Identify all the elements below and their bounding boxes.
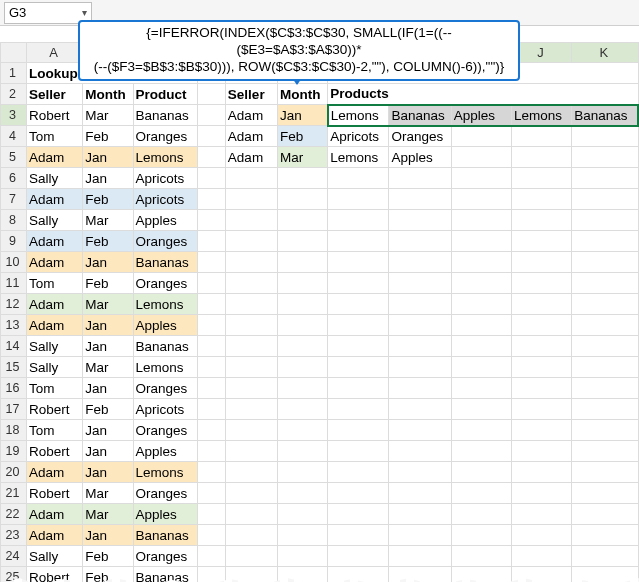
- cell[interactable]: [511, 441, 571, 462]
- cell[interactable]: [225, 378, 277, 399]
- cell[interactable]: [511, 399, 571, 420]
- cell[interactable]: [278, 252, 328, 273]
- cell[interactable]: [511, 126, 571, 147]
- cell[interactable]: Jan: [83, 462, 133, 483]
- cell[interactable]: Jan: [278, 105, 328, 126]
- cell[interactable]: [451, 357, 511, 378]
- cell[interactable]: [197, 231, 225, 252]
- cell[interactable]: [197, 525, 225, 546]
- cell[interactable]: Seller: [27, 84, 83, 105]
- cell[interactable]: Seller: [225, 84, 277, 105]
- cell[interactable]: Apples: [133, 441, 197, 462]
- cell[interactable]: Robert: [27, 105, 83, 126]
- cell[interactable]: [511, 252, 571, 273]
- row-header[interactable]: 17: [1, 399, 27, 420]
- cell[interactable]: [511, 357, 571, 378]
- cell[interactable]: [511, 504, 571, 525]
- cell[interactable]: [451, 273, 511, 294]
- cell[interactable]: [572, 378, 638, 399]
- row-header[interactable]: 5: [1, 147, 27, 168]
- cell[interactable]: [225, 546, 277, 567]
- row-header[interactable]: 13: [1, 315, 27, 336]
- col-header[interactable]: A: [27, 43, 83, 63]
- cell[interactable]: Bananas: [133, 105, 197, 126]
- cell[interactable]: [278, 441, 328, 462]
- cell[interactable]: Bananas: [389, 105, 451, 126]
- cell[interactable]: [451, 504, 511, 525]
- cell[interactable]: [197, 126, 225, 147]
- cell[interactable]: [451, 294, 511, 315]
- cell[interactable]: [451, 126, 511, 147]
- row-header[interactable]: 23: [1, 525, 27, 546]
- cell[interactable]: [451, 420, 511, 441]
- row-header[interactable]: 16: [1, 378, 27, 399]
- cell[interactable]: [278, 189, 328, 210]
- cell[interactable]: Apricots: [328, 126, 389, 147]
- cell[interactable]: Feb: [83, 273, 133, 294]
- cell[interactable]: Mar: [83, 210, 133, 231]
- cell[interactable]: Adam: [27, 231, 83, 252]
- cell[interactable]: [197, 567, 225, 583]
- cell[interactable]: [278, 231, 328, 252]
- cell[interactable]: [197, 189, 225, 210]
- cell[interactable]: [197, 84, 225, 105]
- cell[interactable]: [328, 231, 389, 252]
- cell[interactable]: [511, 336, 571, 357]
- cell[interactable]: Tom: [27, 273, 83, 294]
- cell[interactable]: [197, 252, 225, 273]
- cell[interactable]: [389, 231, 451, 252]
- cell[interactable]: [197, 546, 225, 567]
- cell[interactable]: [225, 399, 277, 420]
- cell[interactable]: Robert: [27, 399, 83, 420]
- cell[interactable]: [389, 189, 451, 210]
- cell[interactable]: Products: [328, 84, 638, 105]
- cell[interactable]: [278, 546, 328, 567]
- cell[interactable]: [451, 525, 511, 546]
- cell[interactable]: [328, 294, 389, 315]
- col-header[interactable]: K: [572, 43, 638, 63]
- cell[interactable]: [389, 525, 451, 546]
- cell[interactable]: [278, 315, 328, 336]
- cell[interactable]: [389, 462, 451, 483]
- cell[interactable]: Tom: [27, 378, 83, 399]
- cell[interactable]: [328, 273, 389, 294]
- cell[interactable]: [389, 441, 451, 462]
- cell[interactable]: Mar: [83, 504, 133, 525]
- cell[interactable]: Jan: [83, 378, 133, 399]
- cell[interactable]: [197, 336, 225, 357]
- cell[interactable]: Mar: [83, 483, 133, 504]
- cell[interactable]: Adam: [27, 189, 83, 210]
- chevron-down-icon[interactable]: ▾: [82, 7, 87, 18]
- cell[interactable]: [225, 336, 277, 357]
- row-header[interactable]: 11: [1, 273, 27, 294]
- cell[interactable]: [225, 462, 277, 483]
- cell[interactable]: [389, 294, 451, 315]
- cell[interactable]: [278, 420, 328, 441]
- cell[interactable]: Jan: [83, 252, 133, 273]
- cell[interactable]: Feb: [83, 399, 133, 420]
- cell[interactable]: [451, 189, 511, 210]
- cell[interactable]: [278, 210, 328, 231]
- cell[interactable]: [278, 294, 328, 315]
- cell[interactable]: [225, 441, 277, 462]
- cell[interactable]: Bananas: [572, 105, 638, 126]
- cell[interactable]: Adam: [225, 126, 277, 147]
- cell[interactable]: Product: [133, 84, 197, 105]
- spreadsheet-grid[interactable]: A B C D E F G H I J K 1Lookup tableResul…: [0, 42, 639, 582]
- cell[interactable]: [328, 252, 389, 273]
- cell[interactable]: [511, 462, 571, 483]
- cell[interactable]: Bananas: [133, 525, 197, 546]
- cell[interactable]: Robert: [27, 483, 83, 504]
- cell[interactable]: [451, 210, 511, 231]
- cell[interactable]: [328, 462, 389, 483]
- cell[interactable]: [572, 168, 638, 189]
- cell[interactable]: [225, 504, 277, 525]
- cell[interactable]: [328, 525, 389, 546]
- cell[interactable]: Bananas: [133, 252, 197, 273]
- cell[interactable]: Adam: [225, 105, 277, 126]
- row-header[interactable]: 7: [1, 189, 27, 210]
- row-header[interactable]: 20: [1, 462, 27, 483]
- cell[interactable]: [278, 357, 328, 378]
- cell[interactable]: Oranges: [133, 420, 197, 441]
- cell[interactable]: [572, 294, 638, 315]
